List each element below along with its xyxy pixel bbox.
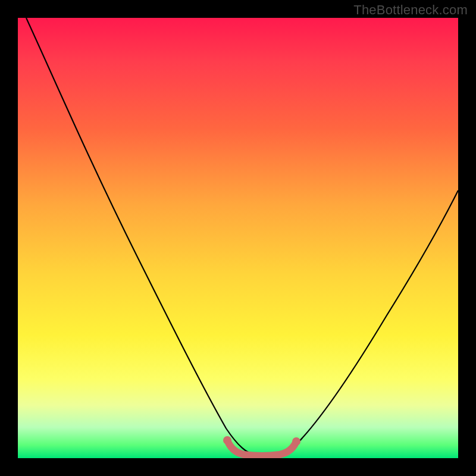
curve-svg	[18, 18, 458, 458]
chart-frame: TheBottleneck.com	[0, 0, 476, 476]
plot-area	[18, 18, 458, 458]
attribution-label: TheBottleneck.com	[353, 2, 468, 18]
dip-dot-right	[292, 437, 300, 446]
bottleneck-curve-path	[26, 18, 458, 456]
dip-dot-left	[223, 436, 231, 444]
